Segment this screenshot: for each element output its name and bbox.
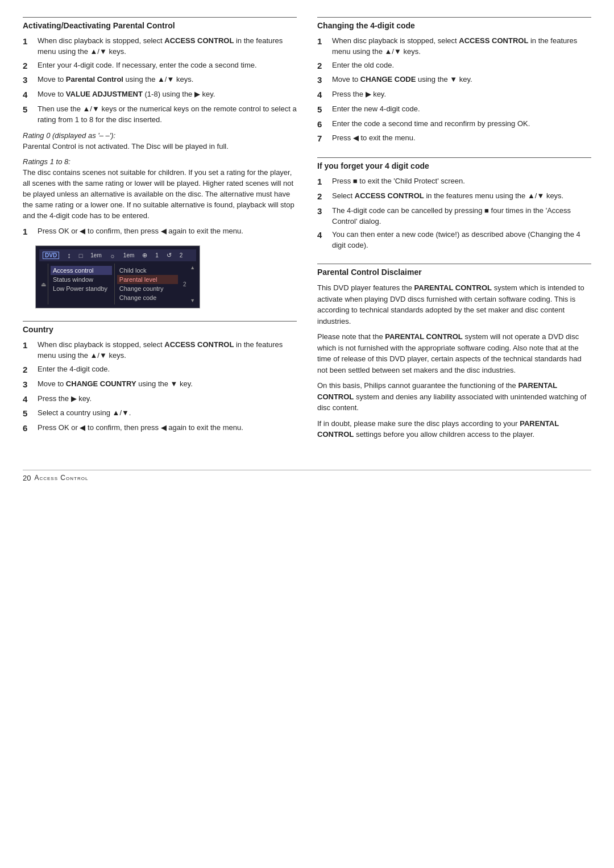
dvd-menu-screenshot: DVD ↕ □ 1em ☼ 1em ⊕ 1 ↺ 2 ⏏ Access [35, 245, 200, 308]
step6-text: Press OK or ◀ to confirm, then press ◀ a… [38, 226, 297, 237]
disclaimer-para3: On this basis, Philips cannot guarantee … [317, 380, 591, 414]
ratings-heading: Ratings 1 to 8: [23, 157, 297, 166]
section-title-forget-code: If you forget your 4 digit code [317, 157, 591, 170]
step-item: When disc playback is stopped, select AC… [23, 340, 297, 361]
disclaimer-para2: Please note that the PARENTAL CONTROL sy… [317, 331, 591, 375]
step-text: Select ACCESS CONTROL in the features me… [332, 191, 591, 202]
step-text: Move to VALUE ADJUSTMENT (1-8) using the… [38, 89, 297, 100]
step-item: Move to VALUE ADJUSTMENT (1-8) using the… [23, 89, 297, 101]
step-text: Enter your 4-digit code. If necessary, e… [38, 60, 297, 71]
step-text: Move to CHANGE CODE using the ▼ key. [332, 74, 591, 85]
step-text: Enter the code a second time and reconfi… [332, 119, 591, 130]
icon-menu: □ [79, 252, 83, 259]
dvd-right-menu: Child lock Parental level Change country… [114, 264, 180, 304]
section-title-disclaimer: Parental Control Disclaimer [317, 264, 591, 277]
step-item: Press OK or ◀ to confirm, then press ◀ a… [23, 423, 297, 435]
step-item: Enter the old code. [317, 60, 591, 72]
step-item: Press ■ to exit the 'Child Protect' scre… [317, 176, 591, 188]
step-item: Move to Parental Control using the ▲/▼ k… [23, 74, 297, 86]
step-text: When disc playback is stopped, select AC… [38, 36, 297, 57]
right-column: Changing the 4-digit code When disc play… [317, 17, 591, 453]
step-text: Enter the old code. [332, 60, 591, 71]
menu-low-power[interactable]: Low Power standby [51, 284, 112, 293]
section-change-code: Changing the 4-digit code When disc play… [317, 17, 591, 145]
section-title-country: Country [23, 321, 297, 334]
step-text: Move to CHANGE COUNTRY using the ▼ key. [38, 379, 297, 390]
step-item: You can then enter a new code (twice!) a… [317, 229, 591, 251]
step-text: Press ■ to exit the 'Child Protect' scre… [332, 176, 591, 187]
step-text: Press the ▶ key. [332, 89, 591, 100]
step-text: Enter the 4-digit code. [38, 364, 297, 375]
rating-zero-text: Parental Control is not activated. The D… [23, 141, 297, 152]
disclaimer-para1: This DVD player features the PARENTAL CO… [317, 282, 591, 327]
steps-country: When disc playback is stopped, select AC… [23, 340, 297, 434]
left-column: Activating/Deactivating Parental Control… [23, 17, 297, 453]
menu-access-control[interactable]: Access control [51, 266, 112, 275]
submenu-parental-level[interactable]: Parental level [117, 275, 178, 284]
step-item: Select ACCESS CONTROL in the features me… [317, 191, 591, 203]
dvd-scrollbar: ▲ ▼ [189, 264, 196, 304]
page-footer: 20 Access Control [23, 470, 591, 482]
step-item: The 4-digit code can be cancelled by pre… [317, 206, 591, 227]
steps-change-code: When disc playback is stopped, select AC… [317, 36, 591, 145]
step-item: Enter the new 4-digit code. [317, 104, 591, 116]
section-title-change-code: Changing the 4-digit code [317, 17, 591, 30]
dvd-left-menu: Access control Status window Low Power s… [48, 264, 114, 304]
time3: 1 [155, 252, 159, 258]
section-forget-code: If you forget your 4 digit code Press ■ … [317, 157, 591, 251]
time4: 2 [180, 252, 183, 258]
step-item: Move to CHANGE COUNTRY using the ▼ key. [23, 379, 297, 391]
step-text: When disc playback is stopped, select AC… [38, 340, 297, 361]
step-item: Enter the 4-digit code. [23, 364, 297, 376]
submenu-child-lock[interactable]: Child lock [117, 266, 178, 275]
ratings-text: The disc contains scenes not suitable fo… [23, 168, 297, 221]
disclaimer-para4: If in doubt, please make sure the disc p… [317, 418, 591, 440]
time2: 1em [123, 252, 134, 258]
page-layout: Activating/Deactivating Parental Control… [23, 17, 591, 453]
section-title-activating: Activating/Deactivating Parental Control [23, 17, 297, 30]
sidebar-number: 2 [183, 281, 186, 287]
icon-chapter: ⊕ [142, 252, 147, 259]
scroll-down-icon: ▼ [190, 298, 195, 303]
step-item: Enter the code a second time and reconfi… [317, 119, 591, 131]
dvd-sidebar-right: 2 [180, 264, 189, 304]
section-activating-parental: Activating/Deactivating Parental Control… [23, 17, 297, 308]
step-text: Enter the new 4-digit code. [332, 104, 591, 115]
submenu-change-country[interactable]: Change country [117, 284, 178, 293]
steps-forget-code: Press ■ to exit the 'Child Protect' scre… [317, 176, 591, 251]
step-text: Move to Parental Control using the ▲/▼ k… [38, 74, 297, 85]
icon-track: ↕ [67, 251, 71, 260]
page-number: 20 [23, 474, 31, 482]
eject-icon: ⏏ [41, 281, 46, 287]
step6-list: Press OK or ◀ to confirm, then press ◀ a… [23, 226, 297, 238]
step-item: Select a country using ▲/▼. [23, 408, 297, 420]
step-text: You can then enter a new code (twice!) a… [332, 229, 591, 251]
step-text: When disc playback is stopped, select AC… [332, 36, 591, 57]
dvd-menu-topbar: DVD ↕ □ 1em ☼ 1em ⊕ 1 ↺ 2 [39, 249, 196, 261]
dvd-menu-body: ⏏ Access control Status window Low Power… [39, 264, 196, 304]
step-item: Press the ▶ key. [23, 394, 297, 406]
step-text: Press the ▶ key. [38, 394, 297, 404]
section-disclaimer: Parental Control Disclaimer This DVD pla… [317, 264, 591, 440]
step-text: Press OK or ◀ to confirm, then press ◀ a… [38, 423, 297, 433]
step-text: Then use the ▲/▼ keys or the numerical k… [38, 104, 297, 126]
step-item: Press OK or ◀ to confirm, then press ◀ a… [23, 226, 297, 238]
icon-audio: ↺ [167, 252, 172, 259]
scroll-up-icon: ▲ [190, 265, 195, 270]
dvd-logo: DVD [43, 252, 59, 259]
steps-activating: When disc playback is stopped, select AC… [23, 36, 297, 126]
icon-repeat: ☼ [110, 252, 115, 259]
step-item: Move to CHANGE CODE using the ▼ key. [317, 74, 591, 86]
step-item: Press ◀ to exit the menu. [317, 133, 591, 145]
section-country: Country When disc playback is stopped, s… [23, 321, 297, 434]
step-item: When disc playback is stopped, select AC… [317, 36, 591, 57]
submenu-change-code[interactable]: Change code [117, 293, 178, 302]
step-text: Press ◀ to exit the menu. [332, 133, 591, 144]
footer-title: Access Control [34, 474, 88, 482]
step-item: Press the ▶ key. [317, 89, 591, 101]
step-item: Enter your 4-digit code. If necessary, e… [23, 60, 297, 72]
step-item: When disc playback is stopped, select AC… [23, 36, 297, 57]
step-item: Then use the ▲/▼ keys or the numerical k… [23, 104, 297, 126]
menu-status-window[interactable]: Status window [51, 275, 112, 284]
step-text: Select a country using ▲/▼. [38, 408, 297, 419]
